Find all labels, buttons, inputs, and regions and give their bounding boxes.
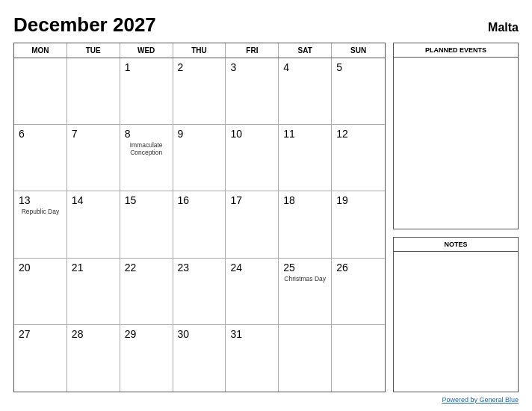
calendar-cell: 10 [226, 125, 279, 191]
calendar-cell: 25Christmas Day [279, 259, 332, 325]
sidebar: PLANNED EVENTS NOTES [393, 43, 519, 392]
day-number: 20 [19, 262, 62, 274]
notes-content [394, 252, 518, 392]
calendar-cell: 18 [279, 191, 332, 258]
day-number: 24 [230, 262, 273, 274]
day-number: 16 [178, 194, 221, 206]
calendar-cell: 23 [173, 259, 226, 325]
day-number: 3 [230, 61, 273, 73]
day-number: 13 [19, 194, 62, 206]
main-content: MONTUEWEDTHUFRISATSUN 12345678Immaculate… [13, 43, 519, 392]
calendar-area: MONTUEWEDTHUFRISATSUN 12345678Immaculate… [13, 43, 386, 392]
day-number: 18 [283, 194, 327, 206]
planned-events-title: PLANNED EVENTS [394, 43, 518, 58]
calendar-cell: 9 [173, 125, 226, 191]
day-header: SAT [279, 43, 332, 58]
day-number: 31 [230, 328, 273, 340]
day-number: 26 [336, 262, 380, 274]
calendar-cell: 21 [67, 259, 120, 325]
calendar-cell: 13Republic Day [14, 191, 67, 258]
calendar-cell: 7 [67, 125, 120, 191]
calendar-cell: 3 [226, 58, 279, 125]
calendar-cell: 5 [332, 58, 385, 125]
page: December 2027 Malta MONTUEWEDTHUFRISATSU… [0, 0, 532, 411]
day-number: 28 [72, 328, 115, 340]
day-number: 30 [178, 328, 221, 340]
notes-title: NOTES [394, 238, 518, 252]
day-number: 27 [19, 328, 62, 340]
calendar-cell: 26 [332, 259, 385, 325]
calendar-cell: 30 [173, 325, 226, 392]
day-number: 19 [336, 194, 380, 206]
event-label: Republic Day [19, 208, 62, 215]
calendar-cell: 6 [14, 125, 67, 191]
country-title: Malta [488, 21, 519, 34]
day-header: THU [173, 43, 226, 58]
calendar-cell [279, 325, 332, 392]
calendar-cell: 15 [120, 191, 173, 258]
calendar-grid: 12345678Immaculate Conception910111213Re… [14, 58, 385, 392]
day-number: 10 [230, 128, 273, 140]
calendar-cell: 1 [120, 58, 173, 125]
planned-events-content [394, 58, 518, 229]
calendar-cell [332, 325, 385, 392]
calendar-cell: 14 [67, 191, 120, 258]
event-label: Immaculate Conception [125, 141, 168, 156]
calendar-cell: 20 [14, 259, 67, 325]
day-number: 8 [125, 128, 168, 140]
planned-events-box: PLANNED EVENTS [393, 43, 519, 229]
calendar-cell: 28 [67, 325, 120, 392]
calendar-cell: 27 [14, 325, 67, 392]
calendar-cell: 16 [173, 191, 226, 258]
day-number: 6 [19, 128, 62, 140]
calendar-cell: 2 [173, 58, 226, 125]
day-number: 23 [178, 262, 221, 274]
notes-box: NOTES [393, 237, 519, 392]
calendar-cell: 12 [332, 125, 385, 191]
calendar-cell: 22 [120, 259, 173, 325]
day-header: MON [14, 43, 67, 58]
day-number: 4 [283, 61, 327, 73]
calendar-cell: 19 [332, 191, 385, 258]
day-number: 25 [283, 262, 327, 274]
day-headers-row: MONTUEWEDTHUFRISATSUN [14, 43, 385, 58]
day-number: 2 [178, 61, 221, 73]
day-number: 22 [125, 262, 168, 274]
day-number: 29 [125, 328, 168, 340]
calendar-cell: 24 [226, 259, 279, 325]
day-number: 14 [72, 194, 115, 206]
calendar-cell: 4 [279, 58, 332, 125]
day-number: 1 [125, 61, 168, 73]
day-number: 12 [336, 128, 380, 140]
calendar-cell: 11 [279, 125, 332, 191]
day-number: 11 [283, 128, 327, 140]
day-number: 15 [125, 194, 168, 206]
day-number: 17 [230, 194, 273, 206]
day-number: 21 [72, 262, 115, 274]
calendar-cell: 8Immaculate Conception [120, 125, 173, 191]
month-year-title: December 2027 [13, 13, 156, 37]
day-number: 9 [178, 128, 221, 140]
day-header: FRI [226, 43, 279, 58]
calendar-cell [67, 58, 120, 125]
calendar-cell: 29 [120, 325, 173, 392]
powered-by-link[interactable]: Powered by General Blue [442, 396, 519, 404]
calendar-cell: 31 [226, 325, 279, 392]
day-header: WED [120, 43, 173, 58]
event-label: Christmas Day [283, 275, 327, 282]
calendar-cell: 17 [226, 191, 279, 258]
calendar-cell [14, 58, 67, 125]
day-header: SUN [332, 43, 385, 58]
day-number: 5 [336, 61, 380, 73]
day-header: TUE [67, 43, 120, 58]
header: December 2027 Malta [13, 13, 519, 37]
day-number: 7 [72, 128, 115, 140]
footer: Powered by General Blue [13, 396, 519, 404]
